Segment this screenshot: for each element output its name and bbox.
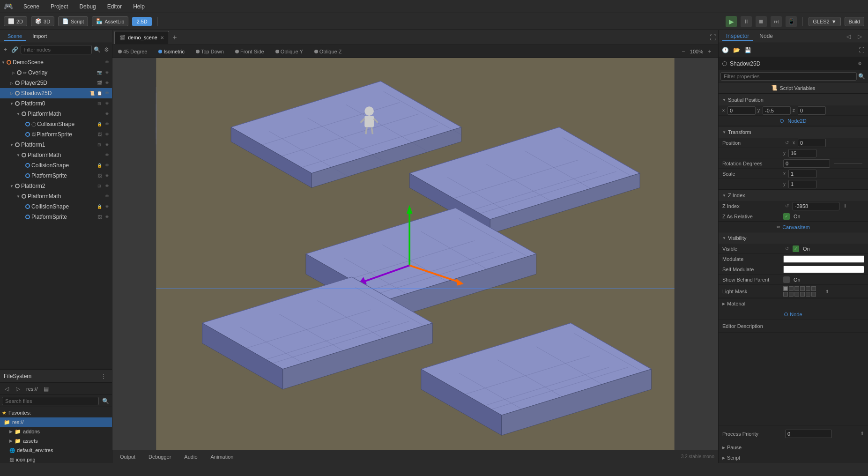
- tab-scene[interactable]: Scene: [4, 32, 26, 41]
- expand-zindex-icon[interactable]: ⬆: [841, 202, 849, 210]
- show-behind-checkbox[interactable]: [783, 276, 790, 283]
- inspector-nav-forward[interactable]: ▷: [855, 32, 864, 41]
- close-tab-icon[interactable]: ✕: [160, 35, 164, 40]
- lm-cell-12[interactable]: [811, 292, 816, 297]
- filter-nodes-input[interactable]: [21, 45, 92, 54]
- modulate-color-swatch[interactable]: [783, 255, 864, 263]
- tree-item-platformsprite-1[interactable]: PlatformSprite 🖼 👁: [0, 171, 112, 181]
- tree-item-overlay[interactable]: ▷ ✏ Overlay 📷 👁: [0, 67, 112, 78]
- tab-output[interactable]: Output: [116, 453, 139, 461]
- visibility-header[interactable]: ▼ Visibility: [719, 232, 868, 244]
- pause-header[interactable]: ▶ Pause: [719, 442, 868, 453]
- rotation-input[interactable]: [783, 159, 830, 168]
- tree-item-shadow25d[interactable]: ▷ Shadow25D 📜 📋 👁: [0, 88, 112, 98]
- tree-item-platform2[interactable]: ▼ Platform2 ⊞ 👁: [0, 181, 112, 191]
- script-button[interactable]: 📄 Script: [58, 16, 88, 26]
- lm-cell-2[interactable]: [789, 286, 794, 291]
- view-2-5d-button[interactable]: 2.5D: [132, 17, 151, 26]
- lm-cell-9[interactable]: [794, 292, 799, 297]
- fs-item-icon-png[interactable]: 🖼 icon.png: [0, 455, 112, 463]
- process-priority-input[interactable]: [785, 430, 832, 438]
- viewport[interactable]: [112, 58, 718, 450]
- position-x-input[interactable]: [798, 139, 826, 147]
- save-icon[interactable]: 💾: [743, 45, 752, 55]
- tree-item-platformmath-2[interactable]: ▼ PlatformMath 👁: [0, 191, 112, 201]
- tree-item-platform1[interactable]: ▼ Platform1 ⊞ 👁: [0, 140, 112, 150]
- view-obliquey-button[interactable]: Oblique Y: [274, 48, 305, 55]
- play-button[interactable]: ▶: [726, 16, 737, 27]
- tree-item-collisionshape-1[interactable]: CollisionShape 🔒 👁: [0, 160, 112, 171]
- view-3d-button[interactable]: 🎲 3D: [31, 16, 54, 26]
- fs-item-res[interactable]: 📁 res://: [0, 417, 112, 427]
- spatial-y-input[interactable]: [763, 106, 791, 115]
- step-button[interactable]: ⏭: [771, 16, 782, 27]
- maximize-inspector-icon[interactable]: ⛶: [857, 45, 866, 55]
- stop-button[interactable]: ⏹: [756, 16, 767, 27]
- inspector-nav-back[interactable]: ◁: [844, 32, 853, 41]
- tab-animation[interactable]: Animation: [207, 453, 237, 461]
- nav-forward-button[interactable]: ▷: [13, 384, 22, 394]
- z-relative-checkbox[interactable]: ✓: [783, 213, 790, 220]
- assetlib-button[interactable]: 🏪 AssetLib: [92, 16, 128, 26]
- fs-item-default-env[interactable]: 🌐 default_env.tres: [0, 446, 112, 455]
- self-modulate-color-swatch[interactable]: [783, 266, 864, 273]
- lm-cell-10[interactable]: [800, 292, 805, 297]
- tree-item-player25d[interactable]: ▷ Player25D 🎬 👁: [0, 78, 112, 88]
- filter-properties-input[interactable]: [720, 72, 857, 81]
- tab-debugger[interactable]: Debugger: [145, 453, 175, 461]
- expand-priority-icon[interactable]: ⬆: [860, 431, 864, 437]
- pause-button[interactable]: ⏸: [741, 16, 752, 27]
- menu-scene[interactable]: Scene: [21, 2, 42, 11]
- zoom-out-button[interactable]: −: [679, 47, 688, 56]
- visible-checkbox[interactable]: ✓: [793, 245, 799, 252]
- search-files-input[interactable]: [2, 397, 99, 405]
- lm-cell-11[interactable]: [806, 292, 810, 297]
- deploy-button[interactable]: 📱: [786, 16, 797, 27]
- view-2d-button[interactable]: ⬜ 2D: [4, 16, 27, 26]
- tree-item-platform0[interactable]: ▼ Platform0 ⊞ 👁: [0, 98, 112, 109]
- node2d-link[interactable]: Node2D: [719, 116, 868, 126]
- renderer-button[interactable]: GLES2 ▼: [809, 17, 840, 26]
- tab-audio[interactable]: Audio: [180, 453, 201, 461]
- menu-project[interactable]: Project: [48, 2, 71, 11]
- node-link-row[interactable]: Node: [719, 309, 868, 320]
- tree-item-platformmath-0[interactable]: ▼ PlatformMath 👁: [0, 109, 112, 119]
- expand-lightmask-icon[interactable]: ⬆: [823, 287, 832, 296]
- view-frontside-button[interactable]: Front Side: [233, 48, 266, 55]
- reset-zindex-icon[interactable]: ↺: [783, 202, 791, 210]
- add-tab-button[interactable]: +: [169, 32, 180, 43]
- menu-debug[interactable]: Debug: [76, 2, 98, 11]
- reset-visible-icon[interactable]: ↺: [783, 245, 791, 253]
- view-45degree-button[interactable]: 45 Degree: [116, 48, 149, 55]
- fs-item-addons[interactable]: ▶ 📁 addons: [0, 427, 112, 436]
- scale-x-input[interactable]: [788, 170, 816, 178]
- instance-button[interactable]: 🔗: [11, 45, 19, 54]
- lm-cell-7[interactable]: [783, 292, 788, 297]
- position-y-input[interactable]: [788, 149, 816, 157]
- add-node-button[interactable]: +: [2, 45, 9, 54]
- reset-position-icon[interactable]: ↺: [783, 139, 791, 147]
- view-toggle-icon[interactable]: ▤: [41, 384, 51, 394]
- tree-item-demoscene[interactable]: ▼ DemoScene 👁: [0, 57, 112, 67]
- tree-item-platformsprite-2[interactable]: PlatformSprite 🖼 👁: [0, 212, 112, 222]
- spatial-z-input[interactable]: [798, 106, 826, 115]
- zindex-input[interactable]: [793, 202, 839, 210]
- view-obliquez-button[interactable]: Oblique Z: [312, 48, 344, 55]
- lm-cell-5[interactable]: [806, 286, 810, 291]
- menu-editor[interactable]: Editor: [104, 2, 125, 11]
- lm-cell-6[interactable]: [811, 286, 816, 291]
- search-icon[interactable]: 🔍: [101, 396, 110, 406]
- material-header[interactable]: ▶ Material: [719, 298, 868, 309]
- script-header[interactable]: ▶ Script: [719, 453, 868, 463]
- filesystem-menu-icon[interactable]: ⋮: [99, 372, 108, 381]
- open-icon[interactable]: 📂: [732, 45, 741, 55]
- spatial-position-header[interactable]: ▼ Spatial Position: [719, 94, 868, 105]
- lm-cell-3[interactable]: [794, 286, 799, 291]
- fs-item-assets[interactable]: ▶ 📁 assets: [0, 436, 112, 446]
- tree-item-platformmath-1[interactable]: ▼ PlatformMath 👁: [0, 150, 112, 160]
- view-isometric-button[interactable]: Isometric: [156, 48, 186, 55]
- search-properties-icon[interactable]: 🔍: [857, 72, 866, 81]
- viewport-tab-demo-scene[interactable]: 🎬 demo_scene ✕: [114, 31, 169, 44]
- canvasitem-link-row[interactable]: ✏ CanvasItem: [719, 222, 868, 232]
- menu-help[interactable]: Help: [130, 2, 148, 11]
